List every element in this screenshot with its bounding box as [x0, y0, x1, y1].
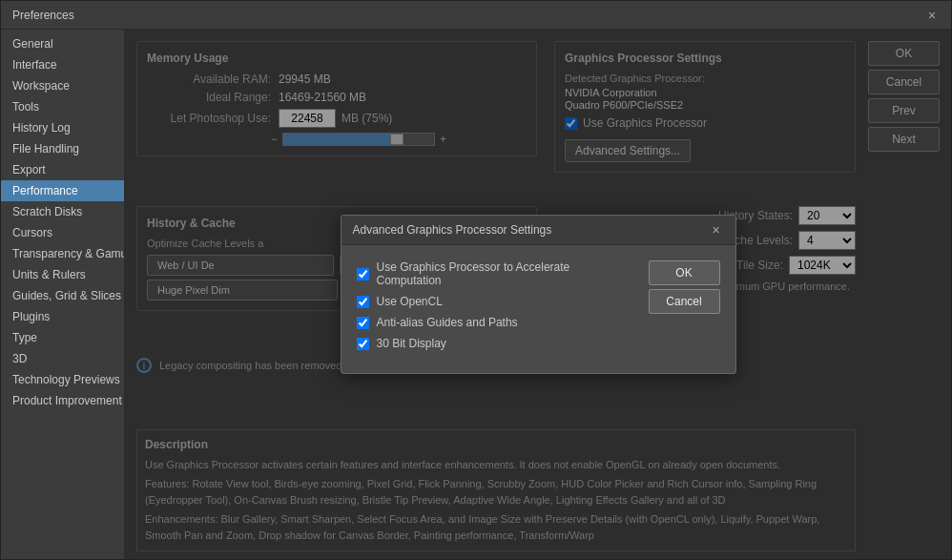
dialog-close-button[interactable]: × [709, 222, 724, 238]
dialog-cancel-button[interactable]: Cancel [649, 289, 720, 314]
sidebar-item-tools[interactable]: Tools [1, 96, 124, 117]
sidebar: GeneralInterfaceWorkspaceToolsHistory Lo… [1, 30, 125, 559]
dialog-title: Advanced Graphics Processor Settings [353, 223, 552, 237]
dialog-option-1: Use OpenCL [357, 295, 637, 308]
sidebar-item-file-handling[interactable]: File Handling [1, 138, 124, 159]
dialog-ok-button[interactable]: OK [649, 260, 720, 285]
use-gpu-compute-label: Use Graphics Processor to Accelerate Com… [377, 260, 637, 287]
main-content: GeneralInterfaceWorkspaceToolsHistory Lo… [1, 30, 951, 559]
sidebar-item-general[interactable]: General [1, 33, 124, 54]
preferences-window: Preferences × GeneralInterfaceWorkspaceT… [0, 0, 952, 560]
sidebar-item-export[interactable]: Export [1, 159, 124, 180]
sidebar-item-guides[interactable]: Guides, Grid & Slices [1, 285, 124, 306]
dialog-option-2: Anti-alias Guides and Paths [357, 316, 637, 329]
dialog-buttons: OK Cancel [649, 260, 720, 358]
sidebar-item-history-log[interactable]: History Log [1, 117, 124, 138]
content-area: Memory Usage Available RAM: 29945 MB Ide… [125, 30, 951, 559]
use-opencl-label: Use OpenCL [377, 295, 443, 308]
sidebar-item-3d[interactable]: 3D [1, 348, 124, 369]
dialog-option-0: Use Graphics Processor to Accelerate Com… [357, 260, 637, 287]
dialog-checkboxes: Use Graphics Processor to Accelerate Com… [357, 260, 637, 358]
sidebar-item-plugins[interactable]: Plugins [1, 306, 124, 327]
anti-alias-label: Anti-alias Guides and Paths [377, 316, 518, 329]
use-gpu-compute-checkbox[interactable] [357, 268, 369, 280]
dialog-content: Use Graphics Processor to Accelerate Com… [357, 260, 720, 358]
30-bit-label: 30 Bit Display [377, 337, 446, 350]
dialog-overlay: Advanced Graphics Processor Settings × U… [125, 30, 951, 559]
sidebar-item-product-improvement[interactable]: Product Improvement [1, 390, 124, 411]
sidebar-item-scratch-disks[interactable]: Scratch Disks [1, 201, 124, 222]
sidebar-item-tech-previews[interactable]: Technology Previews [1, 369, 124, 390]
sidebar-item-units-rulers[interactable]: Units & Rulers [1, 264, 124, 285]
sidebar-item-cursors[interactable]: Cursors [1, 222, 124, 243]
window-title: Preferences [12, 9, 74, 22]
advanced-dialog: Advanced Graphics Processor Settings × U… [341, 215, 736, 374]
close-button[interactable]: × [924, 8, 940, 23]
30-bit-checkbox[interactable] [357, 338, 369, 350]
anti-alias-checkbox[interactable] [357, 317, 369, 329]
sidebar-item-type[interactable]: Type [1, 327, 124, 348]
sidebar-item-performance[interactable]: Performance [1, 180, 124, 201]
sidebar-item-transparency[interactable]: Transparency & Gamut [1, 243, 124, 264]
sidebar-item-interface[interactable]: Interface [1, 54, 124, 75]
sidebar-item-workspace[interactable]: Workspace [1, 75, 124, 96]
dialog-option-3: 30 Bit Display [357, 337, 637, 350]
use-opencl-checkbox[interactable] [357, 296, 369, 308]
dialog-body: Use Graphics Processor to Accelerate Com… [341, 245, 735, 373]
title-bar: Preferences × [1, 1, 951, 30]
dialog-title-bar: Advanced Graphics Processor Settings × [341, 216, 735, 245]
